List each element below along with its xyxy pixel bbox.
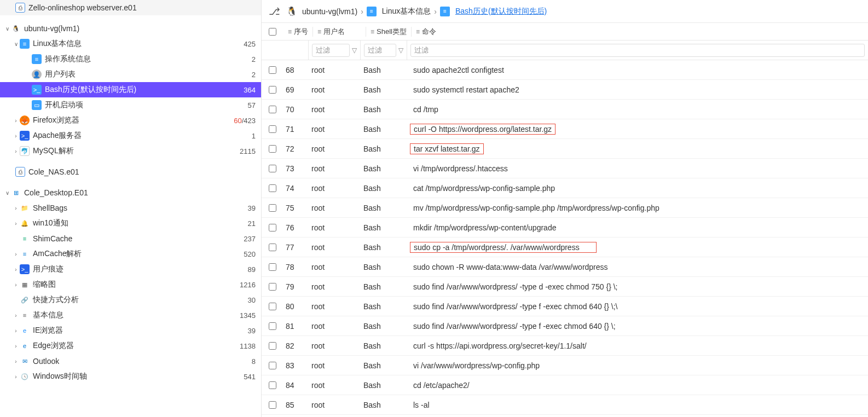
row-checkbox[interactable] [269, 244, 276, 251]
tree-item-node-linuxinfo[interactable]: ∨≡Linux基本信息425 [0, 36, 261, 51]
table-row[interactable]: 83rootBashvi /var/www/wordpress/wp-confi… [262, 356, 868, 375]
table-row[interactable]: 85rootBashls -al [262, 395, 868, 415]
tree-item-node-users[interactable]: 👤用户列表2 [0, 67, 261, 82]
caret-icon[interactable]: ∨ [3, 26, 11, 32]
table-row[interactable]: 80rootBashsudo find /var/www/wordpress/ … [262, 297, 868, 316]
caret-icon[interactable]: › [12, 205, 20, 211]
row-checkbox[interactable] [269, 106, 276, 113]
filter-user-input[interactable] [316, 46, 346, 54]
table-row[interactable]: 74rootBashcat /tmp/wordpress/wp-config-s… [262, 178, 868, 198]
tree-item-node-thumb[interactable]: ›▦缩略图1216 [0, 277, 261, 292]
cell-cmd: ls -al [407, 400, 868, 410]
row-checkbox[interactable] [269, 184, 276, 192]
col-header-shell[interactable]: ≡Shell类型 [366, 27, 411, 37]
tree-item-node-trace[interactable]: ›>_用户痕迹89 [0, 262, 261, 277]
row-checkbox[interactable] [269, 303, 276, 310]
table-row[interactable]: 76rootBashmkdir /tmp/wordpress/wp-conten… [262, 218, 868, 238]
tree-item-node-mysql[interactable]: ›🐬MySQL解析2115 [0, 143, 261, 159]
tree-item-node-basic[interactable]: ›≡基本信息1345 [0, 308, 261, 323]
table-row[interactable]: 70rootBashcd /tmp [262, 100, 868, 119]
row-checkbox[interactable] [269, 263, 276, 271]
breadcrumb-leaf[interactable]: Bash历史(默认按时间先后) [455, 7, 547, 16]
table-row[interactable]: 75rootBashmv /tmp/wordpress/wp-config-sa… [262, 198, 868, 218]
tree-item-node-shellbags[interactable]: ›📁ShellBags39 [0, 200, 261, 216]
select-all-checkbox[interactable] [269, 28, 276, 36]
caret-icon[interactable]: › [12, 328, 20, 334]
tree-item-node-osinfo[interactable]: ≡操作系统信息2 [0, 51, 261, 67]
row-checkbox[interactable] [269, 125, 276, 133]
row-checkbox[interactable] [269, 204, 276, 212]
row-checkbox[interactable] [269, 145, 276, 153]
tree-label: Cole_NAS.e01 [28, 167, 251, 176]
tree-item-node-shim[interactable]: ≡ShimCache237 [0, 231, 261, 246]
table-row[interactable]: 81rootBashsudo find /var/www/wordpress/ … [262, 316, 868, 336]
cell-user: root [308, 341, 360, 350]
caret-icon[interactable]: › [12, 282, 20, 288]
filter-cmd-input[interactable] [414, 46, 861, 54]
tree-item-node-zello[interactable]: ⎙Zello-onlineshop webserver.e01 [0, 0, 261, 15]
cell-seq: 69 [283, 85, 308, 94]
table-row[interactable]: 73rootBashvi /tmp/wordpress/.htaccess [262, 159, 868, 178]
caret-icon[interactable]: › [12, 358, 20, 364]
table-row[interactable]: 82rootBashcurl -s https://api.wordpress.… [262, 336, 868, 356]
funnel-icon[interactable]: ▽ [396, 47, 403, 54]
funnel-icon[interactable]: ▽ [350, 47, 357, 54]
tree-item-node-ie[interactable]: ›eIE浏览器39 [0, 323, 261, 338]
branch-icon[interactable]: ⎇ [267, 4, 281, 19]
tree-item-node-edge[interactable]: ›eEdge浏览器1138 [0, 338, 261, 354]
cell-seq: 77 [283, 243, 308, 252]
tree-item-node-amcache[interactable]: ›≡AmCache解析520 [0, 246, 261, 262]
caret-icon[interactable]: › [12, 312, 20, 318]
table-body[interactable]: 68rootBashsudo apache2ctl configtest69ro… [262, 60, 868, 417]
table-row[interactable]: 71rootBashcurl -O https://wordpress.org/… [262, 119, 868, 139]
col-header-seq[interactable]: ≡序号 [283, 27, 313, 37]
table-row[interactable]: 72rootBashtar xzvf latest.tar.gz [262, 139, 868, 159]
tree-item-node-nas[interactable]: ⎙Cole_NAS.e01 [0, 164, 261, 179]
table-row[interactable]: 68rootBashsudo apache2ctl configtest [262, 60, 868, 80]
caret-icon[interactable]: › [12, 133, 20, 139]
table-row[interactable]: 77rootBashsudo cp -a /tmp/wordpress/. /v… [262, 238, 868, 257]
row-checkbox[interactable] [269, 342, 276, 350]
tree-item-node-lnk[interactable]: 🔗快捷方式分析30 [0, 292, 261, 308]
row-checkbox[interactable] [269, 362, 276, 369]
caret-icon[interactable]: ∨ [12, 41, 20, 47]
tree-label: Zello-onlineshop webserver.e01 [28, 3, 251, 12]
tree-count: 39 [244, 204, 256, 212]
sidebar[interactable]: ⎙Zello-onlineshop webserver.e01∨🐧ubuntu-… [0, 0, 262, 417]
table-row[interactable]: 78rootBashsudo chown -R www-data:www-dat… [262, 257, 868, 277]
tree-item-node-outlook[interactable]: ›✉Outlook8 [0, 354, 261, 369]
caret-icon[interactable]: › [12, 374, 20, 380]
tree-item-node-startup[interactable]: ▭开机启动项57 [0, 97, 261, 113]
row-checkbox[interactable] [269, 165, 276, 172]
table-row[interactable]: 79rootBashsudo find /var/www/wordpress/ … [262, 277, 868, 297]
row-checkbox[interactable] [269, 401, 276, 409]
tree-item-node-firefox[interactable]: ›🦊Firefox浏览器60/423 [0, 113, 261, 128]
tree-item-node-ubuntu[interactable]: ∨🐧ubuntu-vg(lvm1) [0, 21, 261, 36]
caret-icon[interactable]: ∨ [3, 190, 11, 196]
table-row[interactable]: 69rootBashsudo systemctl restart apache2 [262, 80, 868, 100]
row-checkbox[interactable] [269, 224, 276, 231]
row-checkbox[interactable] [269, 283, 276, 291]
caret-icon[interactable]: › [12, 118, 20, 124]
cell-seq: 75 [283, 204, 308, 212]
row-checkbox[interactable] [269, 322, 276, 330]
tree-item-node-apache[interactable]: ›>_Apache服务器1 [0, 128, 261, 143]
tree-item-node-timeline[interactable]: ›🕓Windows时间轴541 [0, 369, 261, 384]
row-checkbox[interactable] [269, 381, 276, 389]
filter-shell-input[interactable] [368, 46, 392, 54]
breadcrumb-root[interactable]: ubuntu-vg(lvm1) [302, 7, 357, 16]
caret-icon[interactable]: › [12, 267, 20, 273]
table-row[interactable]: 84rootBashcd /etc/apache2/ [262, 375, 868, 395]
col-header-user[interactable]: ≡用户名 [313, 27, 349, 37]
caret-icon[interactable]: › [12, 343, 20, 349]
caret-icon[interactable]: › [12, 148, 20, 154]
row-checkbox[interactable] [269, 66, 276, 74]
row-checkbox[interactable] [269, 86, 276, 94]
caret-icon[interactable]: › [12, 251, 20, 257]
tree-item-node-desktop[interactable]: ∨⊞Cole_Desktop.E01 [0, 185, 261, 200]
breadcrumb-mid[interactable]: Linux基本信息 [382, 7, 431, 16]
caret-icon[interactable]: › [12, 221, 20, 227]
tree-item-node-win10[interactable]: ›🔔win10通知21 [0, 216, 261, 231]
tree-item-node-bash[interactable]: >_Bash历史(默认按时间先后)364 [0, 82, 261, 97]
col-header-cmd[interactable]: ≡命令 [412, 27, 441, 37]
